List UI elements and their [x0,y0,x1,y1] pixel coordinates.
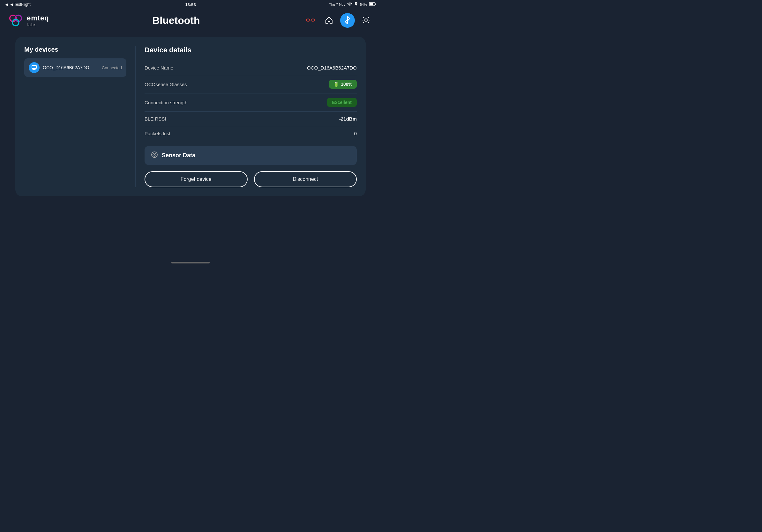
status-left: ◀ ◀ TestFlight [5,2,30,7]
value-device-name: OCO_D16A6B62A7DO [307,65,357,71]
detail-row-rssi: BLE RSSI -21dBm [145,112,357,126]
svg-line-10 [306,19,307,20]
page-title: Bluetooth [152,15,200,27]
sensor-data-icon [151,151,158,160]
connection-value: Excellent [332,100,352,105]
device-list: OCO_D16A6B62A7DO Connected [24,58,126,77]
glasses-button[interactable] [303,13,318,28]
home-button[interactable] [322,13,336,28]
label-glasses: OCOsense Glasses [145,82,187,87]
forget-device-button[interactable]: Forget device [145,171,248,187]
home-indicator [171,262,210,263]
header-icons [303,13,373,28]
svg-point-0 [349,5,350,6]
status-date: Thu 7 Nov [329,3,345,6]
logo: emteq labs [8,13,49,29]
value-rssi: -21dBm [339,116,357,121]
battery-percent: 54% [360,3,367,6]
status-time: 13:53 [185,2,195,7]
detail-row-packets: Packets lost 0 [145,126,357,141]
device-details-title: Device details [145,46,357,54]
my-devices-title: My devices [24,46,126,53]
svg-rect-15 [32,70,36,70]
bluetooth-button[interactable] [340,13,355,28]
location-icon [354,2,358,7]
back-arrow[interactable]: ◀ [5,3,8,7]
header: emteq labs Bluetooth [0,9,381,32]
status-bar: ◀ ◀ TestFlight 13:53 Thu 7 Nov 54% [0,0,381,9]
battery-icon [369,2,376,7]
detail-row-glasses: OCOsense Glasses 🔋 100% [145,75,357,94]
svg-rect-7 [307,19,310,21]
svg-rect-3 [375,4,376,5]
glasses-icon [306,16,315,25]
device-item[interactable]: OCO_D16A6B62A7DO Connected [24,58,126,77]
svg-rect-14 [33,69,36,70]
battery-badge: 🔋 100% [329,80,357,89]
action-buttons: Forget device Disconnect [145,171,357,187]
label-rssi: BLE RSSI [145,116,166,121]
logo-labs: labs [27,22,49,27]
device-details-panel: Device details Device Name OCO_D16A6B62A… [145,46,357,187]
device-name: OCO_D16A6B62A7DO [43,65,89,70]
app-name: ◀ TestFlight [10,2,30,7]
device-icon [29,62,39,73]
logo-emteq: emteq [27,14,49,22]
sensor-data-label: Sensor Data [162,152,195,159]
device-item-left: OCO_D16A6B62A7DO [29,62,89,73]
detail-row-connection: Connection strength Excellent [145,94,357,112]
label-connection: Connection strength [145,100,187,105]
bluetooth-icon [343,16,352,25]
svg-rect-8 [311,19,314,21]
connection-badge: Excellent [327,98,357,107]
status-right: Thu 7 Nov 54% [329,2,376,7]
main-card: My devices OCO_D16A6B62A7DO Conne [15,37,366,196]
svg-rect-2 [369,3,373,5]
emteq-logo-icon [8,13,24,29]
device-connection-status: Connected [102,65,122,70]
battery-full-icon: 🔋 [334,82,339,87]
svg-point-18 [154,154,155,155]
value-packets: 0 [354,131,357,136]
wifi-icon [347,2,352,7]
main-content: My devices OCO_D16A6B62A7DO Conne [0,32,381,201]
panel-divider [135,46,136,187]
disconnect-button[interactable]: Disconnect [254,171,357,187]
home-icon [325,16,333,25]
label-packets: Packets lost [145,131,170,136]
settings-icon [362,16,370,25]
logo-text: emteq labs [27,14,49,27]
settings-button[interactable] [359,13,373,28]
sensor-data-button[interactable]: Sensor Data [145,146,357,165]
svg-rect-13 [32,65,37,69]
label-device-name: Device Name [145,65,173,71]
svg-point-12 [365,19,367,21]
detail-row-device-name: Device Name OCO_D16A6B62A7DO [145,61,357,75]
battery-value: 100% [341,82,352,87]
svg-line-11 [314,19,315,20]
my-devices-panel: My devices OCO_D16A6B62A7DO Conne [24,46,126,187]
